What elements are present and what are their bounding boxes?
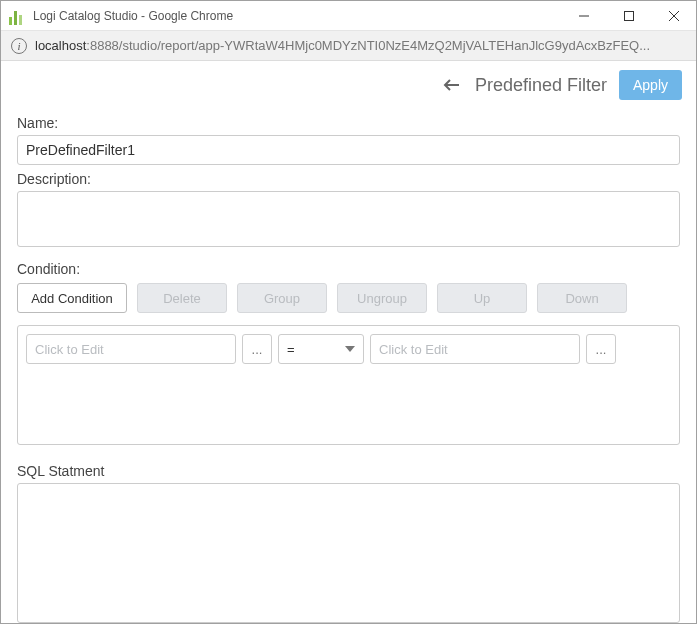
condition-operator-value: = xyxy=(287,342,295,357)
svg-rect-1 xyxy=(624,11,633,20)
add-condition-button[interactable]: Add Condition xyxy=(17,283,127,313)
chevron-down-icon xyxy=(345,346,355,352)
down-button[interactable]: Down xyxy=(537,283,627,313)
condition-left-browse-button[interactable]: ... xyxy=(242,334,272,364)
window-title: Logi Catalog Studio - Google Chrome xyxy=(33,9,561,23)
page-header: Predefined Filter Apply xyxy=(1,61,696,109)
sql-statement-input[interactable] xyxy=(17,483,680,623)
minimize-icon xyxy=(579,11,589,21)
name-label: Name: xyxy=(17,115,680,131)
back-button[interactable] xyxy=(441,74,463,96)
url-bar[interactable]: i localhost:8888/studio/report/app-YWRta… xyxy=(1,31,696,61)
window-maximize-button[interactable] xyxy=(606,1,651,31)
up-button[interactable]: Up xyxy=(437,283,527,313)
condition-label: Condition: xyxy=(17,261,680,277)
url-host: localhost xyxy=(35,38,86,53)
app-icon xyxy=(9,7,27,25)
name-input[interactable] xyxy=(17,135,680,165)
group-button[interactable]: Group xyxy=(237,283,327,313)
description-label: Description: xyxy=(17,171,680,187)
ungroup-button[interactable]: Ungroup xyxy=(337,283,427,313)
window-titlebar: Logi Catalog Studio - Google Chrome xyxy=(1,1,696,31)
close-icon xyxy=(669,11,679,21)
condition-left-field[interactable]: Click to Edit xyxy=(26,334,236,364)
url-path: :8888/studio/report/app-YWRtaW4HMjc0MDYz… xyxy=(86,38,650,53)
condition-toolbar: Add Condition Delete Group Ungroup Up Do… xyxy=(17,283,680,313)
arrow-left-icon xyxy=(442,75,462,95)
site-info-icon[interactable]: i xyxy=(11,38,27,54)
delete-button[interactable]: Delete xyxy=(137,283,227,313)
page-title: Predefined Filter xyxy=(475,75,607,96)
condition-right-browse-button[interactable]: ... xyxy=(586,334,616,364)
condition-operator-select[interactable]: = xyxy=(278,334,364,364)
maximize-icon xyxy=(624,11,634,21)
sql-label: SQL Statment xyxy=(17,463,680,479)
condition-row: Click to Edit ... = Click to Edit ... xyxy=(26,334,671,364)
form-content: Name: Description: Condition: Add Condit… xyxy=(1,115,696,624)
apply-button[interactable]: Apply xyxy=(619,70,682,100)
window-close-button[interactable] xyxy=(651,1,696,31)
window-minimize-button[interactable] xyxy=(561,1,606,31)
condition-panel: Click to Edit ... = Click to Edit ... xyxy=(17,325,680,445)
condition-right-field[interactable]: Click to Edit xyxy=(370,334,580,364)
description-input[interactable] xyxy=(17,191,680,247)
